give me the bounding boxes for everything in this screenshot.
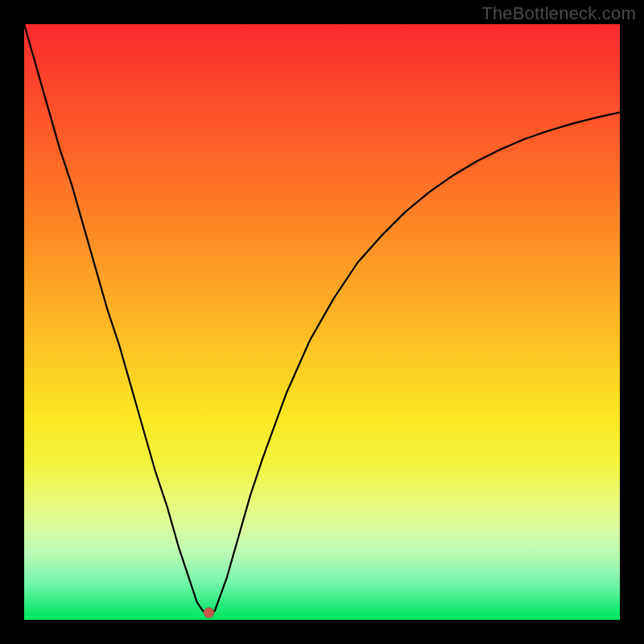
minimum-point-dot [204, 608, 214, 618]
bottleneck-curve [24, 24, 620, 613]
watermark-text: TheBottleneck.com [481, 3, 636, 24]
chart-frame: TheBottleneck.com [0, 0, 644, 644]
plot-area [24, 24, 620, 620]
curve-svg [24, 24, 620, 620]
